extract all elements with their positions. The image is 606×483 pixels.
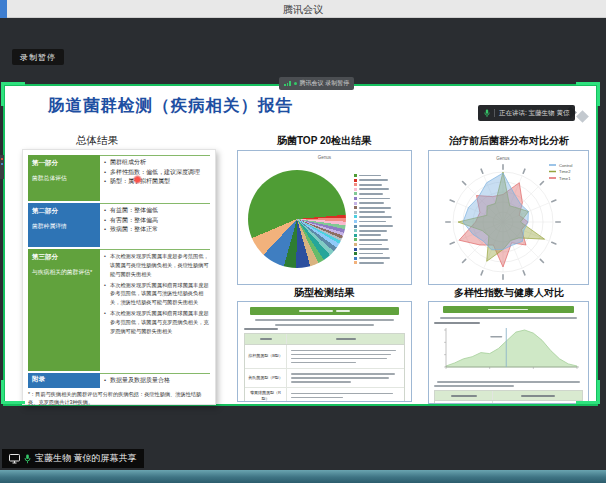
pie-legend-item — [354, 229, 393, 232]
text-line — [434, 322, 480, 324]
speaking-label: 正在讲话: 宝藤生物 黄倞 — [499, 109, 569, 118]
density-plot — [434, 326, 581, 374]
enterotype-panel: 拟杆菌属型（B型） 普氏菌属型（P型） 瘤胃球菌属型（R型） — [237, 301, 412, 402]
recording-paused-label: 录制暂停 — [20, 52, 56, 63]
microphone-icon — [24, 454, 31, 464]
pie-inner-title: Genus — [238, 155, 411, 160]
toc-bullet: 致病菌：整体正常 — [104, 225, 209, 235]
toc-row-part1: 第一部分 菌群总体评估 菌群组成分析 多样性指数：偏低，建议深度调理 肠型：属于… — [28, 155, 210, 201]
desktop-wallpaper — [0, 470, 606, 483]
os-titlebar: 腾讯会议 — [0, 0, 606, 18]
recording-paused-pill[interactable]: 录制暂停 — [12, 49, 64, 65]
status-pill-label: 腾讯会议 录制暂停 — [300, 79, 350, 88]
text-line — [434, 385, 514, 387]
share-border-corner — [1, 380, 25, 404]
screenshot-stage: 腾讯会议 录制暂停 腾讯会议 录制暂停 正在讲话: 宝藤生物 黄倞 肠道菌群检测… — [0, 0, 606, 483]
toc-bullet: 菌群组成分析 — [104, 158, 209, 168]
radar-panel-title: 治疗前后菌群分布对比分析 — [420, 134, 598, 148]
svg-text:Genus: Genus — [496, 156, 510, 161]
share-border-corner — [576, 380, 600, 404]
slide-title: 肠道菌群检测（疾病相关）报告 — [48, 95, 293, 117]
text-line — [244, 328, 278, 330]
radar-chart-panel: GenusControlTime2Time1 — [428, 150, 589, 285]
enterotype-header-bar — [250, 307, 398, 315]
diversity-header-bar — [443, 306, 574, 313]
toc-label-part2: 第二部分 菌群种属详情 — [28, 203, 100, 247]
toc-bullet: 本次检测发现罗氏菌属和瘤胃球菌属丰度超参考范围低，该菌属与克罗恩病负相关，克罗恩… — [104, 309, 209, 336]
record-dot-icon — [294, 82, 297, 85]
toc-row-part2: 第二部分 菌群种属详情 有益菌：整体偏低 有害菌：整体偏高 致病菌：整体正常 — [28, 203, 210, 247]
toc-bullet: 本次检测发现罗氏菌属和瘤胃球菌属丰度超参考范围低，该菌属与溃疡性结肠炎负相关，溃… — [104, 281, 209, 308]
pie-legend-item — [354, 174, 393, 177]
divider — [494, 109, 495, 117]
microphone-icon — [484, 109, 490, 118]
text-line — [255, 319, 393, 321]
toc-row-part3: 第三部分 与疾病相关的菌群评估* 本次检测发现罗氏菌属丰度超参考范围低，该菌属与… — [28, 249, 210, 371]
pie-legend-item — [354, 197, 393, 200]
enterotype-table: 拟杆菌属型（B型） 普氏菌属型（P型） 瘤胃球菌属型（R型） — [244, 333, 405, 402]
toc-bullet: 有害菌：整体偏高 — [104, 216, 209, 226]
toc-card: 第一部分 菌群总体评估 菌群组成分析 多样性指数：偏低，建议深度调理 肠型：属于… — [22, 149, 216, 405]
toc-bullet: 数据量及数据质量合格 — [104, 376, 209, 386]
pie-legend-item — [354, 211, 393, 214]
pie-chart-panel: Genus — [237, 150, 412, 285]
diversity-density-chart — [434, 326, 583, 378]
signal-bars-icon — [284, 81, 291, 86]
pie-legend-item — [354, 248, 393, 251]
diversity-panel-title: 多样性指数与健康人对比 — [419, 286, 599, 300]
monitor-icon — [9, 454, 20, 464]
pie-legend-item — [354, 225, 393, 228]
pie-legend-item — [354, 179, 393, 182]
diversity-panel — [428, 301, 589, 404]
pie-legend-item — [354, 257, 393, 260]
pie-legend — [354, 174, 393, 266]
meeting-status-pill[interactable]: 腾讯会议 录制暂停 — [279, 77, 354, 90]
diversity-table — [434, 390, 583, 404]
toc-label-part3: 第三部分 与疾病相关的菌群评估* — [28, 249, 100, 371]
share-border-corner — [576, 82, 600, 106]
pie-legend-item — [354, 183, 393, 186]
table-row: 拟杆菌属型（B型） — [245, 345, 404, 369]
toc-bullet: 肠型：属于拟杆菌属型 — [104, 177, 209, 187]
enterotype-panel-title: 肠型检测结果 — [236, 286, 412, 300]
table-row: 瘤胃球菌属型（R型） — [245, 388, 404, 402]
pie-legend-item — [354, 252, 393, 255]
text-line — [275, 324, 375, 326]
pie-legend-item — [354, 238, 393, 241]
pie-legend-item — [354, 261, 393, 264]
pie-legend-item — [354, 243, 393, 246]
app-title: 腾讯会议 — [0, 3, 606, 17]
treatment-radar-chart: GenusControlTime2Time1 — [429, 151, 588, 284]
toc-bullet: 有益菌：整体偏低 — [104, 206, 209, 216]
toc-bullet: 本次检测发现罗氏菌属丰度超参考范围低，该菌属与炎症性肠病负相关，炎症性肠病可能与… — [104, 252, 209, 279]
screen-share-bar: 宝藤生物 黄倞的屏幕共享 — [2, 449, 144, 468]
svg-text:Time1: Time1 — [559, 176, 571, 181]
table-header — [435, 391, 582, 401]
svg-text:Time2: Time2 — [559, 169, 571, 174]
share-border-corner — [1, 82, 25, 106]
toc-label-appendix: 附录 — [28, 373, 100, 388]
pie-legend-item — [354, 188, 393, 191]
genus-pie-chart — [248, 170, 346, 268]
toc-bullet: 多样性指数：偏低，建议深度调理 — [104, 168, 209, 178]
toc-footnote: *：目前与疾病相关的菌群评估可分析的疾病包括：炎症性肠病、溃疡性结肠炎、克罗恩病… — [28, 391, 210, 407]
toc-label-part1: 第一部分 菌群总体评估 — [28, 155, 100, 201]
table-row: 普氏菌属型（P型） — [245, 369, 404, 389]
overview-heading: 总体结果 — [76, 134, 118, 148]
svg-text:Control: Control — [559, 163, 573, 168]
share-bar-label: 宝藤生物 黄倞的屏幕共享 — [35, 452, 137, 465]
table-header — [245, 334, 404, 345]
laser-pointer-dot — [133, 175, 142, 184]
speaking-indicator-badge: 正在讲话: 宝藤生物 黄倞 — [478, 105, 575, 121]
pie-panel-title: 肠菌TOP 20检出结果 — [236, 134, 412, 148]
edge-widget[interactable] — [0, 155, 4, 179]
pie-legend-item — [354, 234, 393, 237]
text-line — [440, 317, 577, 319]
pie-legend-item — [354, 215, 393, 218]
toc-row-appendix: 附录 数据量及数据质量合格 — [28, 373, 210, 388]
pie-legend-item — [354, 220, 393, 223]
pie-legend-item — [354, 192, 393, 195]
pie-legend-item — [354, 202, 393, 205]
text-line — [437, 381, 580, 383]
pie-legend-item — [354, 206, 393, 209]
